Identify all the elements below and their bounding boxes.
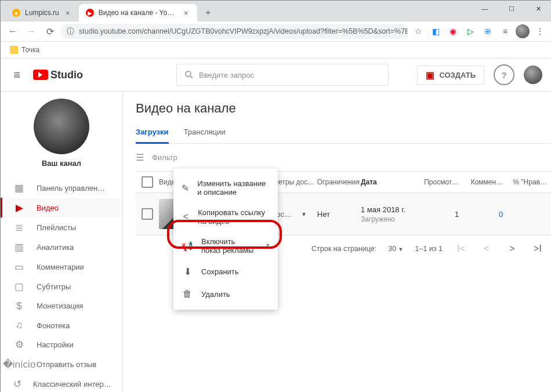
reload-button[interactable]: ⟳	[42, 24, 57, 39]
page-last-button[interactable]: >I	[531, 244, 545, 254]
bookmark-label: Точка	[21, 46, 39, 54]
tab-live[interactable]: Трансляции	[184, 122, 226, 143]
filter-icon: ☰	[136, 152, 144, 163]
sidebar-item-settings[interactable]: ⚙Настройки	[1, 335, 122, 355]
menu-item-delete[interactable]: 🗑 Удалить	[173, 283, 278, 305]
subtitles-icon: ▢	[13, 281, 25, 293]
sidebar-item-dashboard[interactable]: ▦Панель управлен…	[1, 178, 122, 198]
lock-icon: ⓘ	[67, 27, 74, 37]
views-value: 1	[420, 210, 465, 219]
playlist-icon: ≣	[13, 222, 25, 234]
sidebar-item-analytics[interactable]: ▥Аналитика	[1, 237, 122, 257]
tab-uploads[interactable]: Загрузки	[136, 122, 169, 144]
create-label: СОЗДАТЬ	[439, 71, 476, 79]
col-header-likes[interactable]: % "Нрав…	[509, 178, 551, 186]
analytics-icon: ▥	[13, 241, 25, 253]
chevron-down-icon[interactable]: ▼	[301, 211, 307, 217]
channel-avatar[interactable]	[34, 99, 89, 154]
bookmark-item[interactable]: Точка	[6, 45, 43, 55]
sidebar-item-feedback[interactable]: �inícioОтправить отзыв	[1, 355, 122, 375]
sidebar-item-monetization[interactable]: $Монетизация	[1, 296, 122, 315]
back-button[interactable]: ←	[5, 24, 20, 39]
search-input[interactable]: Введите запрос	[176, 64, 389, 86]
minimize-button[interactable]: ―	[472, 1, 498, 17]
trash-icon: 🗑	[182, 289, 193, 299]
comments-value[interactable]: 0	[465, 210, 509, 219]
sidebar-item-classic[interactable]: ↺Классический интер…	[1, 375, 122, 392]
browser-tab-lumpics[interactable]: ● Lumpics.ru ×	[5, 4, 79, 21]
page-prev-button[interactable]: <	[480, 244, 494, 254]
account-avatar[interactable]	[524, 66, 542, 84]
help-button[interactable]: ?	[494, 64, 514, 85]
maximize-button[interactable]: ☐	[498, 1, 525, 17]
rows-per-page-value[interactable]: 30 ▼	[388, 245, 403, 253]
sidebar-item-playlists[interactable]: ≣Плейлисты	[1, 217, 122, 237]
date-value: 1 мая 2018 г.	[361, 205, 420, 214]
extension-icon[interactable]: ≡	[498, 24, 512, 38]
gear-icon: ⚙	[13, 339, 25, 351]
new-tab-button[interactable]: +	[201, 5, 216, 20]
search-icon	[184, 70, 194, 80]
folder-icon	[10, 46, 18, 54]
extension-icon[interactable]: ◧	[429, 24, 443, 38]
extension-icon[interactable]: ◉	[446, 24, 460, 38]
context-menu: ✎ Изменить название и описание < Копиров…	[173, 169, 278, 310]
menu-item-enable-ads[interactable]: 📢 Включить показ рекламы ↗	[173, 231, 278, 260]
close-window-button[interactable]: ✕	[525, 1, 551, 17]
menu-button[interactable]: ≡	[10, 68, 24, 82]
rows-per-page-label: Строк на странице:	[311, 245, 376, 253]
audio-library-icon: ♫	[13, 320, 25, 331]
close-icon[interactable]: ×	[64, 9, 72, 17]
video-icon: ▶	[13, 202, 25, 214]
tab-title: Видео на канале - YouTube Stu...	[99, 9, 177, 17]
chevron-down-icon: ▼	[398, 246, 404, 252]
external-link-icon: ↗	[264, 242, 270, 250]
page-first-button[interactable]: I<	[454, 244, 468, 254]
restrictions-value: Нет	[317, 210, 361, 219]
youtube-play-icon	[33, 70, 48, 80]
filter-label: Фильтр	[152, 153, 177, 162]
address-bar[interactable]: ⓘ studio.youtube.com/channel/UCgUZGTB0vo…	[61, 24, 408, 39]
search-placeholder: Введите запрос	[199, 71, 254, 79]
row-checkbox[interactable]	[142, 208, 153, 220]
date-status: Загружено	[361, 215, 420, 223]
kebab-menu-icon[interactable]: ⋮	[533, 24, 547, 38]
sidebar-item-subtitles[interactable]: ▢Субтитры	[1, 277, 122, 296]
sidebar-item-videos[interactable]: ▶Видео	[1, 198, 122, 217]
url-text: studio.youtube.com/channel/UCgUZGTB0vohc…	[79, 27, 408, 35]
forward-button[interactable]: →	[24, 24, 39, 39]
col-header-views[interactable]: Просмот…	[420, 178, 465, 186]
filter-row[interactable]: ☰ Фильтр	[136, 144, 551, 171]
sidebar-item-comments[interactable]: ▭Комментарии	[1, 257, 122, 277]
tab-title: Lumpics.ru	[25, 9, 59, 17]
extension-icon[interactable]: ⊕	[481, 24, 495, 38]
studio-logo[interactable]: Studio	[33, 69, 83, 81]
col-header-date[interactable]: Дата	[361, 178, 420, 186]
svg-point-0	[186, 71, 191, 77]
star-icon[interactable]: ☆	[411, 24, 425, 38]
favicon-lumpics: ●	[12, 9, 20, 17]
comments-icon: ▭	[13, 261, 25, 273]
col-header-comments[interactable]: Коммен…	[465, 178, 509, 186]
menu-item-edit-title[interactable]: ✎ Изменить название и описание	[173, 173, 278, 202]
download-icon: ⬇	[182, 266, 193, 277]
logo-text: Studio	[50, 69, 83, 81]
select-all-checkbox[interactable]	[142, 176, 153, 188]
extension-icon[interactable]: ▷	[463, 24, 477, 38]
menu-item-save[interactable]: ⬇ Сохранить	[173, 260, 278, 283]
browser-tab-studio[interactable]: ▶ Видео на канале - YouTube Stu... ×	[79, 4, 197, 21]
classic-icon: ↺	[13, 378, 21, 390]
share-icon: <	[182, 212, 190, 222]
favicon-youtube: ▶	[86, 9, 94, 17]
profile-avatar[interactable]	[516, 24, 530, 38]
close-icon[interactable]: ×	[182, 9, 190, 17]
create-button[interactable]: ▣ СОЗДАТЬ	[417, 66, 484, 85]
col-header-restrictions[interactable]: Ограничения	[317, 178, 361, 186]
page-next-button[interactable]: >	[505, 244, 519, 254]
sidebar-item-audio-library[interactable]: ♫Фонотека	[1, 316, 122, 335]
megaphone-icon: 📢	[182, 241, 193, 252]
svg-line-1	[190, 76, 193, 78]
menu-item-copy-link[interactable]: < Копировать ссылку на видео	[173, 202, 278, 231]
dashboard-icon: ▦	[13, 182, 25, 194]
feedback-icon: �início	[13, 358, 25, 371]
